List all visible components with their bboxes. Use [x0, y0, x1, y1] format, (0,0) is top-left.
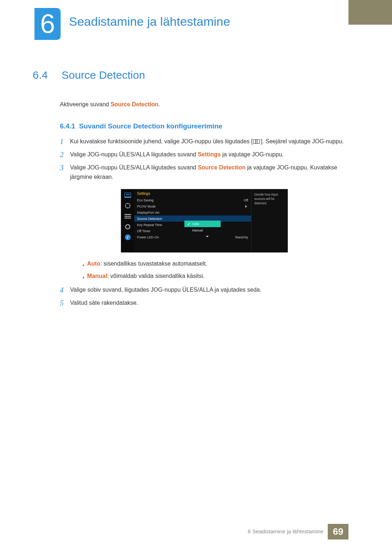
- content-area: 6.4 Source Detection Aktiveerige suvand …: [33, 69, 348, 311]
- gear-icon: [124, 223, 132, 230]
- osd-row-eco: Eco Saving Off: [134, 197, 251, 203]
- osd-row-pcav: PC/AV Mode: [134, 203, 251, 209]
- bullet-dot-icon: ●: [80, 260, 87, 269]
- step-4: 4 Valige sobiv suvand, liigutades JOG-nu…: [60, 285, 348, 295]
- subsection-title: Suvandi Source Detection konfigureerimin…: [79, 122, 222, 130]
- info-icon: i: [124, 234, 132, 241]
- step-text: Valige JOG-nuppu ÜLES/ALLA liigutades su…: [70, 150, 348, 159]
- step-text: Valitud säte rakendatakse.: [70, 298, 348, 308]
- page-footer: 6 Seadistamine ja lähtestamine 69: [244, 524, 348, 539]
- footer-chapter-label: 6 Seadistamine ja lähtestamine: [244, 524, 328, 539]
- step-text: Kui kuvatakse funktsioonide juhend, vali…: [70, 137, 348, 146]
- step-text: Valige JOG-nuppu ÜLES/ALLA liigutades su…: [70, 163, 348, 182]
- size-arrows-icon: [124, 202, 132, 209]
- step-5: 5 Valitud säte rakendatakse.: [60, 298, 348, 308]
- osd-submenu-manual: Manual: [184, 227, 221, 234]
- intro-suffix: .: [158, 101, 160, 107]
- chapter-title: Seadistamine ja lähtestamine: [69, 15, 230, 29]
- osd-sidebar: i: [121, 189, 134, 252]
- subsection-heading: 6.4.1 Suvandi Source Detection konfigure…: [60, 122, 348, 130]
- intro-paragraph: Aktiveerige suvand Source Detection.: [60, 101, 348, 108]
- step-number: 1: [60, 137, 70, 146]
- chevron-down-icon: [206, 236, 209, 239]
- section-number: 6.4: [33, 69, 60, 81]
- footer-page-number: 69: [328, 524, 348, 539]
- step-number: 4: [60, 285, 70, 295]
- chevron-right-icon: [245, 205, 248, 208]
- list-icon: [124, 213, 132, 220]
- steps-list: 1 Kui kuvatakse funktsioonide juhend, va…: [60, 137, 348, 308]
- osd-main: Settings Eco Saving Off PC/AV Mode Displ…: [134, 189, 251, 252]
- step-number: 2: [60, 150, 70, 159]
- osd-menu: i Settings Eco Saving Off PC/AV Mode Dis…: [121, 189, 288, 253]
- intro-prefix: Aktiveerige suvand: [60, 101, 111, 107]
- bullet-auto: ● Auto: sisendallikas tuvastatakse autom…: [80, 260, 348, 269]
- bullet-manual: ● Manual: võimaldab valida sisendallika …: [80, 272, 348, 282]
- chapter-tab: 6: [34, 8, 61, 40]
- subsection-number: 6.4.1: [60, 122, 75, 130]
- header-accent-bar: [348, 0, 392, 25]
- intro-highlight: Source Detection: [111, 101, 159, 107]
- osd-title: Settings: [134, 191, 251, 197]
- osd-row-power-led: Power LED On Stand-by: [134, 234, 251, 240]
- chapter-number: 6: [40, 9, 55, 39]
- section-title: Source Detection: [61, 69, 145, 81]
- osd-row-dp: DisplayPort Ver.: [134, 209, 251, 216]
- section-heading: 6.4 Source Detection: [33, 69, 348, 81]
- step-text: Valige sobiv suvand, liigutades JOG-nupp…: [70, 285, 348, 295]
- step-1: 1 Kui kuvatakse funktsioonide juhend, va…: [60, 137, 348, 146]
- step-3: 3 Valige JOG-nuppu ÜLES/ALLA liigutades …: [60, 163, 348, 182]
- osd-submenu: ✔ Auto Manual: [184, 221, 221, 234]
- bullet-list: ● Auto: sisendallikas tuvastatakse autom…: [80, 260, 348, 282]
- osd-submenu-auto: ✔ Auto: [184, 221, 221, 227]
- osd-hint: Decide how input sources will be detecte…: [251, 189, 287, 252]
- step-2: 2 Valige JOG-nuppu ÜLES/ALLA liigutades …: [60, 150, 348, 159]
- step-number: 5: [60, 298, 70, 308]
- bullet-dot-icon: ●: [80, 272, 87, 282]
- step-number: 3: [60, 163, 70, 182]
- monitor-icon: [124, 192, 132, 199]
- check-icon: ✔: [187, 222, 191, 226]
- menu-icon: [253, 139, 260, 144]
